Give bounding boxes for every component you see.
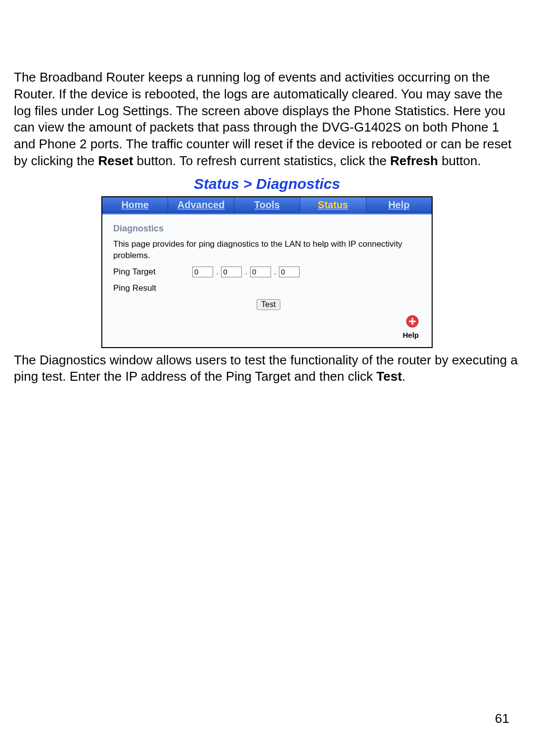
intro-paragraph: The Broadband Router keeps a running log… xyxy=(14,69,520,170)
intro-text-2: button. To refresh current statistics, c… xyxy=(133,153,390,168)
dot-icon: . xyxy=(245,267,247,276)
ping-result-label: Ping Result xyxy=(113,283,192,293)
ping-result-row: Ping Result xyxy=(113,283,424,293)
tab-help[interactable]: Help xyxy=(366,197,432,214)
tab-bar: Home Advanced Tools Status Help xyxy=(102,197,432,215)
outro-paragraph: The Diagnostics window allows users to t… xyxy=(14,352,520,386)
diagnostics-panel: Home Advanced Tools Status Help Diagnost… xyxy=(101,196,433,348)
intro-text-3: button. xyxy=(438,153,481,168)
ip-octet-2[interactable] xyxy=(221,267,242,277)
panel-title: Diagnostics xyxy=(113,223,424,234)
ip-octet-3[interactable] xyxy=(250,267,271,277)
refresh-word: Refresh xyxy=(390,153,438,168)
test-button[interactable]: Test xyxy=(257,299,280,310)
dot-icon: . xyxy=(216,267,218,276)
panel-description: This page provides for ping diagnostics … xyxy=(113,239,424,262)
tab-tools[interactable]: Tools xyxy=(234,197,300,214)
section-heading: Status > Diagnostics xyxy=(14,176,520,192)
ip-octet-4[interactable] xyxy=(279,267,300,277)
outro-text-1: The Diagnostics window allows users to t… xyxy=(14,353,518,384)
help-label: Help xyxy=(113,331,419,339)
tab-status[interactable]: Status xyxy=(300,197,366,214)
reset-word: Reset xyxy=(98,153,134,168)
ip-address-group: . . . xyxy=(192,267,300,277)
ping-target-row: Ping Target . . . xyxy=(113,267,424,277)
tab-advanced[interactable]: Advanced xyxy=(168,197,234,214)
tab-home[interactable]: Home xyxy=(102,197,168,214)
test-word: Test xyxy=(376,369,402,384)
svg-rect-2 xyxy=(409,320,416,322)
ip-octet-1[interactable] xyxy=(192,267,213,277)
ping-target-label: Ping Target xyxy=(113,267,192,277)
dot-icon: . xyxy=(274,267,276,276)
outro-text-2: . xyxy=(402,369,405,384)
help-icon[interactable] xyxy=(406,315,419,328)
page-number: 61 xyxy=(495,711,509,726)
